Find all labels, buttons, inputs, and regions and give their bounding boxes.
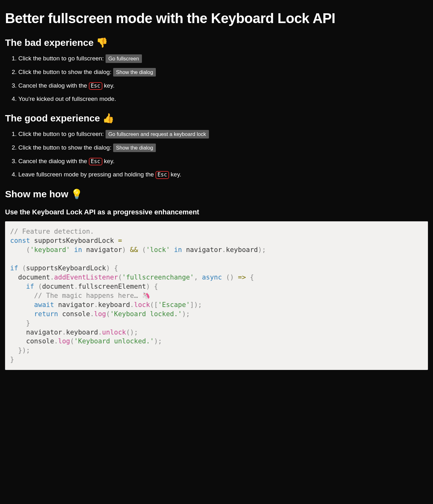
step-text: Cancel the dialog with the	[18, 158, 89, 164]
list-item: Click the button to go fullscreen: Go fu…	[18, 130, 428, 138]
good-experience-heading: The good experience 👍	[5, 112, 428, 125]
step-text: Click the button to go fullscreen:	[18, 131, 106, 137]
list-item: Cancel the dialog with the Esc key.	[18, 82, 428, 90]
progressive-enhancement-subheading: Use the Keyboard Lock API as a progressi…	[5, 207, 428, 217]
step-text: key.	[102, 82, 115, 89]
esc-key: Esc	[89, 158, 102, 166]
list-item: You're kicked out of fullscreen mode.	[18, 95, 428, 103]
step-text: Leave fullscreen mode by pressing and ho…	[18, 171, 156, 178]
esc-key: Esc	[156, 171, 169, 179]
list-item: Click the button to go fullscreen: Go fu…	[18, 54, 428, 63]
page-title: Better fullscreen mode with the Keyboard…	[5, 9, 428, 28]
step-text: Click the button to go fullscreen:	[18, 55, 106, 62]
step-text: Cancel the dialog with the	[18, 82, 89, 89]
list-item: Click the button to show the dialog: Sho…	[18, 144, 428, 152]
list-item: Cancel the dialog with the Esc key.	[18, 157, 428, 166]
step-text: Click the button to show the dialog:	[18, 144, 113, 151]
bad-experience-steps: Click the button to go fullscreen: Go fu…	[5, 54, 428, 103]
list-item: Leave fullscreen mode by pressing and ho…	[18, 170, 428, 179]
bad-experience-heading: The bad experience 👎	[5, 36, 428, 49]
go-fullscreen-button[interactable]: Go fullscreen	[106, 54, 142, 63]
esc-key: Esc	[89, 82, 102, 90]
code-sample: // Feature detection. const supportsKeyb…	[5, 221, 428, 370]
step-text: Click the button to show the dialog:	[18, 69, 113, 75]
show-me-how-heading: Show me how 💡	[5, 188, 428, 201]
go-fullscreen-lock-button[interactable]: Go fullscreen and request a keyboard loc…	[106, 130, 209, 138]
show-dialog-button[interactable]: Show the dialog	[113, 144, 156, 152]
step-text: key.	[169, 171, 181, 178]
list-item: Click the button to show the dialog: Sho…	[18, 68, 428, 77]
step-text: key.	[102, 158, 115, 164]
good-experience-steps: Click the button to go fullscreen: Go fu…	[5, 130, 428, 179]
show-dialog-button[interactable]: Show the dialog	[113, 68, 156, 77]
